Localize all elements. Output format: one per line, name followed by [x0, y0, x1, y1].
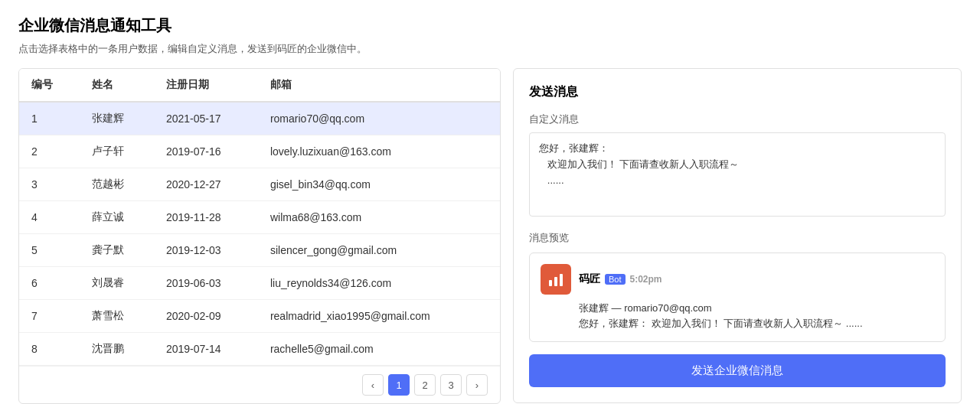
table-cell: 7 [19, 300, 80, 333]
table-cell: 2019-11-28 [154, 201, 258, 234]
custom-message-textarea[interactable] [529, 132, 946, 217]
table-cell: lovely.luzixuan@163.com [258, 135, 500, 168]
table-row[interactable]: 8沈晋鹏2019-07-14rachelle5@gmail.com [19, 333, 500, 366]
prev-page-button[interactable]: ‹ [362, 374, 384, 396]
table-header: 编号 姓名 注册日期 邮箱 [19, 69, 500, 102]
table-row[interactable]: 1张建辉2021-05-17romario70@qq.com [19, 102, 500, 135]
col-name: 姓名 [80, 69, 154, 102]
table-cell: 2020-02-09 [154, 300, 258, 333]
table-cell: wilma68@163.com [258, 201, 500, 234]
table-cell: 卢子轩 [80, 135, 154, 168]
preview-card: 码匠 Bot 5:02pm 张建辉 — romario70@qq.com 您好，… [529, 252, 946, 342]
table-cell: 2019-07-14 [154, 333, 258, 366]
table-row[interactable]: 3范越彬2020-12-27gisel_bin34@qq.com [19, 168, 500, 201]
table-cell: silencer_gong@gmail.com [258, 234, 500, 267]
table-row[interactable]: 6刘晟睿2019-06-03liu_reynolds34@126.com [19, 267, 500, 300]
table-cell: 2019-06-03 [154, 267, 258, 300]
table-cell: 6 [19, 267, 80, 300]
table-cell: 张建辉 [80, 102, 154, 135]
page-1-button[interactable]: 1 [388, 374, 410, 396]
right-panel-title: 发送消息 [529, 84, 946, 100]
table-cell: 2019-12-03 [154, 234, 258, 267]
table-cell: rachelle5@gmail.com [258, 333, 500, 366]
avatar [541, 264, 571, 295]
svg-rect-1 [554, 277, 557, 286]
table-cell: 2020-12-27 [154, 168, 258, 201]
table-row[interactable]: 7萧雪松2020-02-09realmadrid_xiao1995@gmail.… [19, 300, 500, 333]
preview-header: 码匠 Bot 5:02pm [541, 264, 934, 295]
preview-sender-name: 码匠 [579, 272, 600, 286]
page-title: 企业微信消息通知工具 [18, 15, 962, 36]
page-2-button[interactable]: 2 [414, 374, 436, 396]
preview-time: 5:02pm [630, 274, 662, 285]
page-subtitle: 点击选择表格中的一条用户数据，编辑自定义消息，发送到码匠的企业微信中。 [18, 42, 962, 56]
svg-rect-0 [549, 280, 552, 286]
preview-line2: 您好，张建辉： 欢迎加入我们！ 下面请查收新人入职流程～ ...... [579, 316, 934, 331]
left-panel: 编号 姓名 注册日期 邮箱 1张建辉2021-05-17romario70@qq… [18, 68, 501, 404]
preview-sender-row: 码匠 Bot 5:02pm [579, 272, 662, 286]
user-table: 编号 姓名 注册日期 邮箱 1张建辉2021-05-17romario70@qq… [19, 69, 500, 366]
table-cell: 8 [19, 333, 80, 366]
table-cell: 刘晟睿 [80, 267, 154, 300]
table-cell: 沈晋鹏 [80, 333, 154, 366]
table-cell: liu_reynolds34@126.com [258, 267, 500, 300]
table-cell: 薛立诚 [80, 201, 154, 234]
table-cell: 萧雪松 [80, 300, 154, 333]
table-cell: realmadrid_xiao1995@gmail.com [258, 300, 500, 333]
page-3-button[interactable]: 3 [440, 374, 462, 396]
bot-badge: Bot [605, 274, 626, 285]
table-cell: gisel_bin34@qq.com [258, 168, 500, 201]
table-body: 1张建辉2021-05-17romario70@qq.com2卢子轩2019-0… [19, 102, 500, 366]
svg-rect-2 [560, 274, 563, 286]
preview-body: 张建辉 — romario70@qq.com 您好，张建辉： 欢迎加入我们！ 下… [579, 301, 934, 331]
table-cell: 2019-07-16 [154, 135, 258, 168]
table-cell: 5 [19, 234, 80, 267]
col-email: 邮箱 [258, 69, 500, 102]
table-row[interactable]: 5龚子默2019-12-03silencer_gong@gmail.com [19, 234, 500, 267]
main-layout: 编号 姓名 注册日期 邮箱 1张建辉2021-05-17romario70@qq… [18, 68, 962, 404]
table-cell: 龚子默 [80, 234, 154, 267]
preview-line1: 张建辉 — romario70@qq.com [579, 301, 934, 316]
table-row[interactable]: 4薛立诚2019-11-28wilma68@163.com [19, 201, 500, 234]
table-cell: romario70@qq.com [258, 102, 500, 135]
send-button[interactable]: 发送企业微信消息 [529, 354, 946, 387]
table-cell: 1 [19, 102, 80, 135]
pagination: ‹ 1 2 3 › [19, 366, 500, 403]
right-panel: 发送消息 自定义消息 消息预览 码匠 Bot 5:02pm [513, 68, 962, 403]
preview-meta: 码匠 Bot 5:02pm [579, 272, 662, 286]
table-cell: 3 [19, 168, 80, 201]
table-row[interactable]: 2卢子轩2019-07-16lovely.luzixuan@163.com [19, 135, 500, 168]
col-id: 编号 [19, 69, 80, 102]
table-cell: 范越彬 [80, 168, 154, 201]
table-cell: 2021-05-17 [154, 102, 258, 135]
next-page-button[interactable]: › [466, 374, 488, 396]
col-date: 注册日期 [154, 69, 258, 102]
preview-label: 消息预览 [529, 231, 946, 245]
table-cell: 2 [19, 135, 80, 168]
custom-message-label: 自定义消息 [529, 112, 946, 126]
table-cell: 4 [19, 201, 80, 234]
